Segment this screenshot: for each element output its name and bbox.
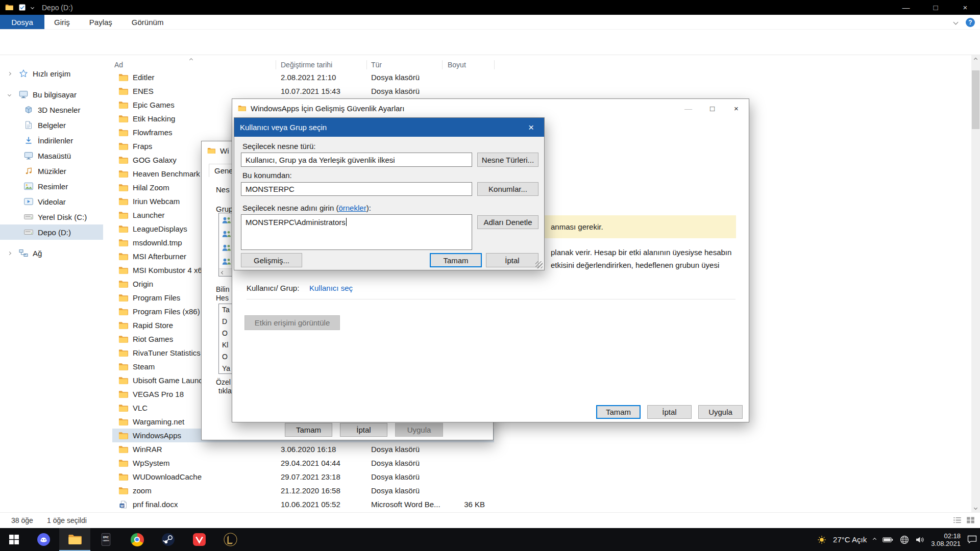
tab-g-r-n-m[interactable]: Görünüm — [122, 15, 174, 29]
file-row[interactable]: zoom21.12.2020 16:58Dosya klasörü — [112, 484, 494, 497]
column-header-date[interactable]: Değiştirme tarihi — [281, 59, 332, 70]
weather-text[interactable]: 27°C Açık — [833, 535, 867, 544]
windows-start-icon — [9, 535, 19, 544]
users-icon — [222, 216, 232, 224]
tab-giri[interactable]: Giriş — [44, 15, 80, 29]
file-row[interactable]: Editler2.08.2021 21:10Dosya klasörü — [112, 70, 494, 84]
column-header-type[interactable]: Tür — [371, 59, 382, 70]
properties-apply-button[interactable]: Uygula — [395, 423, 443, 437]
sidebar-item-bu-bilgisayar[interactable]: Bu bilgisayar — [0, 87, 103, 102]
sidebar-item-yerel-disk-c[interactable]: Yerel Disk (C:) — [0, 209, 103, 224]
check-names-button[interactable]: Adları Denetle — [477, 215, 538, 229]
file-row[interactable]: ENES10.07.2021 15:43Dosya klasörü — [112, 84, 494, 98]
select-cancel-button[interactable]: İptal — [486, 253, 538, 267]
file-row[interactable]: Wpnf final.docx10.06.2021 05:52Microsoft… — [112, 497, 494, 511]
location-field[interactable]: MONSTERPC — [241, 182, 472, 196]
scroll-left-icon[interactable] — [219, 269, 227, 277]
sidebar-item-label: İndirilenler — [38, 136, 73, 145]
close-button[interactable]: × — [724, 99, 748, 118]
advanced-cancel-button[interactable]: İptal — [647, 405, 692, 419]
object-type-field[interactable]: Kullanıcı, Grup ya da Yerleşik güvenlik … — [241, 153, 472, 167]
maximize-button[interactable]: □ — [700, 99, 724, 118]
properties-check-icon[interactable] — [19, 4, 26, 11]
sidebar-item-label: Hızlı erişim — [33, 69, 70, 78]
expand-ribbon-chevron-icon[interactable] — [953, 20, 959, 25]
epic-icon: EPICGAMES — [99, 533, 113, 546]
expander-chevron-icon[interactable] — [8, 71, 11, 75]
file-row[interactable]: WinRAR3.06.2020 16:18Dosya klasörü — [112, 442, 494, 456]
help-icon[interactable]: ? — [966, 18, 975, 27]
column-header-name[interactable]: Ad — [114, 59, 123, 70]
tab-payla[interactable]: Paylaş — [80, 15, 122, 29]
object-types-button[interactable]: Nesne Türleri... — [477, 153, 538, 167]
file-size — [398, 456, 485, 470]
expander-chevron-icon[interactable] — [8, 251, 11, 255]
weather-sun-icon[interactable] — [817, 535, 826, 544]
league-icon — [224, 533, 237, 546]
sidebar-item-videolar[interactable]: Videolar — [0, 194, 103, 209]
properties-cancel-button[interactable]: İptal — [340, 423, 387, 437]
taskbar-app-epic[interactable]: EPICGAMES — [90, 528, 121, 551]
properties-dialog-title: Wi — [220, 146, 229, 155]
start-button[interactable] — [0, 528, 28, 551]
folder-icon — [118, 101, 128, 109]
object-type-label: Seçilecek nesne türü: — [242, 142, 315, 151]
maximize-button[interactable]: □ — [921, 0, 950, 15]
details-view-icon[interactable] — [953, 516, 962, 524]
group-user-names-label: Grup — [216, 205, 233, 213]
sidebar-item-resimler[interactable]: Resimler — [0, 179, 103, 194]
folder-icon — [118, 253, 128, 261]
advanced-ok-button[interactable]: Tamam — [596, 405, 641, 419]
sidebar-item-depo-d[interactable]: Depo (D:) — [0, 224, 103, 240]
taskbar-app-vivaldi[interactable] — [184, 528, 215, 551]
taskbar-app-league[interactable] — [215, 528, 246, 551]
properties-ok-button[interactable]: Tamam — [285, 423, 332, 437]
taskbar-app-steam[interactable] — [153, 528, 184, 551]
file-name: Hilal Zoom — [133, 181, 169, 194]
file-row[interactable]: WUDownloadCache29.07.2021 23:18Dosya kla… — [112, 470, 494, 484]
sidebar-item-i-ndirilenler[interactable]: İndirilenler — [0, 133, 103, 148]
column-header-size[interactable]: Boyut — [448, 59, 466, 70]
examples-link[interactable]: örnekler — [338, 204, 366, 212]
star-icon — [19, 69, 28, 78]
customize-toolbar-chevron-icon[interactable] — [31, 6, 34, 9]
file-name: VEGAS Pro 18 — [133, 387, 184, 401]
vertical-scrollbar[interactable] — [971, 55, 980, 512]
tab-file[interactable]: Dosya — [0, 15, 44, 29]
action-center-icon[interactable] — [967, 535, 977, 544]
locations-button[interactable]: Konumlar... — [477, 182, 538, 196]
sidebar-item-3d-nesneler[interactable]: 3D Nesneler — [0, 102, 103, 117]
expander-chevron-icon[interactable] — [8, 92, 11, 96]
taskbar-app-explorer[interactable] — [59, 528, 90, 551]
sidebar-item-m-zikler[interactable]: Müzikler — [0, 163, 103, 179]
thumbnail-view-icon[interactable] — [966, 516, 975, 524]
sidebar-item-h-zl-eri-im[interactable]: Hızlı erişim — [0, 66, 103, 81]
taskbar-app-chrome[interactable] — [121, 528, 153, 551]
select-dialog-titlebar: Kullanıcı veya Grup seçin — [234, 118, 544, 137]
minimize-button[interactable]: — — [676, 99, 700, 118]
folder-icon — [118, 432, 128, 440]
scroll-up-icon[interactable] — [971, 55, 980, 64]
view-effective-access-button[interactable]: Etkin erişimi görüntüle — [244, 315, 340, 330]
advanced-button[interactable]: Gelişmiş... — [241, 253, 302, 267]
advanced-apply-button[interactable]: Uygula — [698, 405, 743, 419]
minimize-button[interactable]: — — [891, 0, 921, 15]
close-icon[interactable]: × — [518, 118, 544, 137]
resize-grip[interactable] — [535, 261, 543, 268]
object-name-textarea[interactable]: MONSTERPC\Administrators — [241, 214, 472, 250]
sidebar-item-a[interactable]: Ağ — [0, 245, 103, 261]
scroll-down-icon[interactable] — [971, 504, 980, 512]
taskbar-app-discord[interactable] — [28, 528, 59, 551]
network-icon[interactable] — [900, 535, 909, 544]
select-ok-button[interactable]: Tamam — [430, 253, 482, 267]
battery-icon[interactable] — [883, 537, 893, 543]
scrollbar-thumb[interactable] — [972, 70, 979, 129]
close-button[interactable]: × — [950, 0, 980, 15]
clock[interactable]: 02:18 3.08.2021 — [931, 532, 961, 547]
volume-icon[interactable] — [916, 536, 924, 543]
show-hidden-icons-chevron-icon[interactable] — [873, 538, 876, 541]
sidebar-item-belgeler[interactable]: Belgeler — [0, 117, 103, 133]
select-user-link[interactable]: Kullanıcı seç — [309, 284, 353, 292]
file-row[interactable]: WpSystem29.04.2021 04:44Dosya klasörü — [112, 456, 494, 470]
sidebar-item-masa-st[interactable]: Masaüstü — [0, 148, 103, 163]
